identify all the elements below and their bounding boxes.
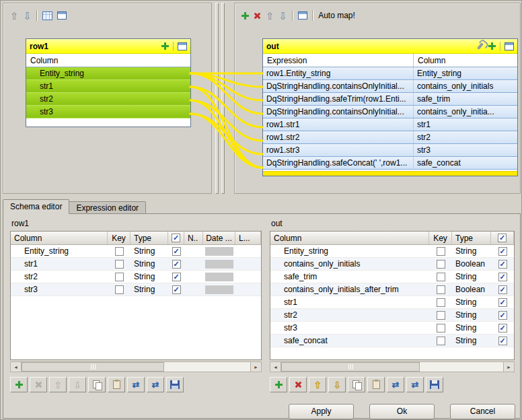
column-cell[interactable]: contains_only_initials [414, 80, 517, 92]
output-row[interactable]: row1.Entity_string Entity_string [263, 67, 517, 80]
key-cell[interactable] [429, 258, 452, 270]
add-icon[interactable] [488, 42, 496, 50]
key-cell[interactable] [429, 309, 452, 321]
type-cell[interactable]: String [452, 271, 491, 283]
key-cell[interactable] [108, 271, 130, 283]
settings-wrench-icon[interactable] [477, 42, 484, 50]
output-row[interactable]: DqStringHandling.containsOnlyInitial... … [263, 106, 517, 118]
header-nullable-checkbox[interactable]: ✓ [491, 232, 514, 244]
schema-row[interactable]: contains_only_initials Boolean ✓ [270, 258, 514, 271]
column-cell[interactable]: str2 [414, 131, 517, 143]
checkbox-unchecked[interactable] [437, 324, 445, 332]
expression-cell[interactable]: DqStringHandling.containsOnlyInitial... [263, 106, 414, 118]
type-cell[interactable]: String [452, 335, 491, 347]
column-cell[interactable]: str3 [414, 144, 517, 156]
import-schema-button[interactable]: ⇄ [127, 377, 145, 392]
move-down-button[interactable]: ⇩ [328, 377, 346, 392]
nullable-cell[interactable]: ✓ [168, 258, 184, 270]
import-schema-button[interactable]: ⇄ [387, 377, 404, 392]
checkbox-checked[interactable]: ✓ [498, 285, 507, 294]
add-column-button[interactable] [10, 377, 28, 392]
remove-column-button[interactable] [30, 377, 47, 392]
input-row[interactable]: Entity_string [26, 67, 190, 80]
left-schema-hscrollbar[interactable]: ◄ ► [10, 361, 262, 372]
ok-button[interactable]: Ok [369, 404, 435, 419]
checkbox-checked[interactable]: ✓ [498, 260, 507, 269]
move-up-button[interactable]: ⇧ [309, 377, 326, 392]
key-cell[interactable] [429, 245, 452, 257]
nullable-cell[interactable]: ✓ [491, 309, 514, 321]
checkbox-unchecked[interactable] [437, 311, 445, 320]
column-cell[interactable]: str1 [414, 118, 517, 131]
move-up-button[interactable]: ⇧ [49, 377, 67, 392]
minimize-table-icon[interactable] [178, 42, 187, 50]
scroll-left-icon[interactable]: ◄ [270, 362, 281, 372]
checkbox-unchecked[interactable] [437, 298, 445, 307]
checkbox-checked[interactable]: ✓ [172, 273, 181, 281]
output-row[interactable]: DqStringHandling.safeConcat(' ',row1... … [263, 157, 517, 170]
length-cell[interactable] [235, 258, 261, 270]
input-row[interactable]: str3 [26, 106, 190, 118]
scrollbar-thumb[interactable] [281, 362, 420, 372]
schema-row[interactable]: safe_trim String ✓ [270, 271, 514, 283]
grid-view-icon[interactable] [42, 11, 52, 20]
header-type[interactable]: Type [130, 232, 168, 244]
move-down-button[interactable]: ⇩ [69, 377, 86, 392]
checkbox-unchecked[interactable] [437, 273, 445, 281]
checkbox-unchecked[interactable] [437, 285, 445, 294]
column-name-cell[interactable]: str3 [270, 322, 429, 334]
checkbox-unchecked[interactable] [437, 337, 445, 345]
minimize-window-icon[interactable] [298, 11, 307, 20]
checkbox-unchecked[interactable] [115, 260, 124, 269]
remove-output-icon[interactable] [254, 12, 261, 20]
remove-column-button[interactable] [289, 377, 307, 392]
schema-row[interactable]: str1 String ✓ [270, 296, 514, 309]
checkbox-checked[interactable]: ✓ [498, 234, 507, 242]
header-key[interactable]: Key [429, 232, 452, 244]
scrollbar-thumb[interactable] [22, 362, 164, 372]
column-name-cell[interactable]: str2 [270, 309, 429, 321]
output-table-header[interactable]: out [263, 39, 517, 54]
checkbox-checked[interactable]: ✓ [498, 324, 507, 332]
schema-row[interactable]: str3 String ✓ [270, 322, 514, 335]
output-row[interactable]: DqStringHandling.safeTrim(row1.Enti... s… [263, 93, 517, 106]
header-column[interactable]: Column [11, 232, 108, 244]
checkbox-unchecked[interactable] [437, 260, 445, 269]
header-column[interactable]: Column [270, 232, 429, 244]
copy-button[interactable] [348, 377, 365, 392]
nullable-cell[interactable]: ✓ [491, 322, 514, 334]
right-schema-hscrollbar[interactable]: ◄ ► [270, 361, 515, 372]
checkbox-checked[interactable]: ✓ [172, 285, 181, 294]
scroll-left-icon[interactable]: ◄ [11, 362, 22, 372]
length-cell[interactable] [235, 245, 261, 257]
schema-row[interactable]: safe_concat String ✓ [270, 335, 514, 347]
type-cell[interactable]: String [452, 309, 491, 321]
column-name-cell[interactable]: safe_trim [270, 271, 429, 283]
move-up-icon[interactable]: ⇧ [266, 11, 274, 21]
input-table-header[interactable]: row1 [26, 39, 190, 54]
length-cell[interactable] [235, 283, 261, 295]
key-cell[interactable] [429, 283, 452, 295]
vertical-splitter[interactable] [215, 3, 219, 194]
checkbox-unchecked[interactable] [115, 285, 124, 294]
save-schema-button[interactable] [166, 377, 184, 392]
expression-cell[interactable]: row1.str3 [263, 144, 414, 156]
checkbox-unchecked[interactable] [437, 247, 445, 256]
add-column-button[interactable] [270, 377, 287, 392]
checkbox-checked[interactable]: ✓ [498, 311, 507, 320]
column-name-cell[interactable]: contains_only_initials_after_trim [270, 283, 429, 295]
type-cell[interactable]: String [130, 258, 168, 270]
export-schema-button[interactable]: ⇄ [147, 377, 164, 392]
checkbox-unchecked[interactable] [115, 273, 124, 281]
schema-row[interactable]: contains_only_initials_after_trim Boolea… [270, 283, 514, 296]
column-cell[interactable]: safe_concat [414, 157, 517, 169]
type-cell[interactable]: String [452, 322, 491, 334]
type-cell[interactable]: String [452, 245, 491, 257]
column-name-cell[interactable]: str1 [270, 296, 429, 308]
expression-cell[interactable]: row1.Entity_string [263, 67, 414, 79]
checkbox-checked[interactable]: ✓ [172, 247, 181, 256]
key-cell[interactable] [429, 335, 452, 347]
column-name-cell[interactable]: safe_concat [270, 335, 429, 347]
nullable-cell[interactable]: ✓ [168, 271, 184, 283]
nullable-cell[interactable]: ✓ [491, 296, 514, 308]
